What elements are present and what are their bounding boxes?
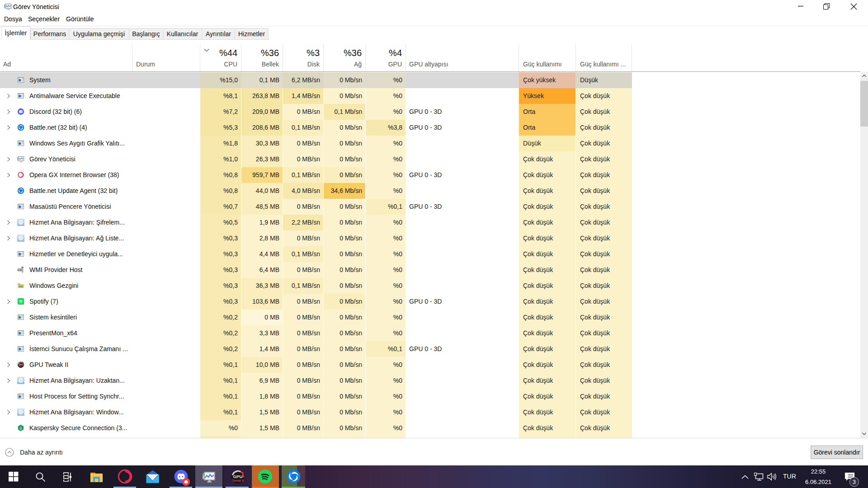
svg-text:3: 3: [853, 479, 856, 485]
svg-text:Tweak II: Tweak II: [232, 479, 244, 482]
svg-text:Tweak II: Tweak II: [18, 366, 24, 367]
